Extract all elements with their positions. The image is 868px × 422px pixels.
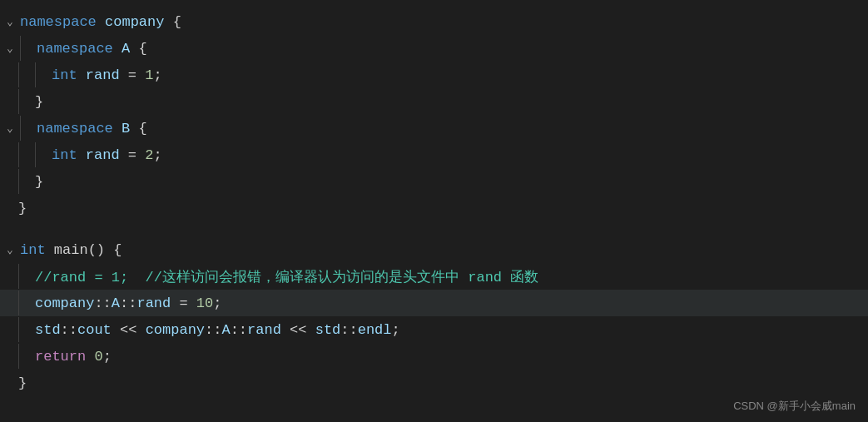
no-fold [7, 201, 18, 216]
token-scope-op: :: [340, 322, 357, 338]
token-bracket: } [35, 174, 43, 190]
token-kw-int: int [20, 242, 54, 258]
fold-arrow[interactable]: ⌄ [7, 15, 18, 28]
token-comment-green: //rand = 1; //这样访问会报错，编译器认为访问的是头文件中 rand… [35, 267, 538, 286]
token-identifier: A [112, 295, 120, 311]
token-identifier: company [105, 14, 173, 30]
code-spacer [0, 221, 868, 236]
no-fold [7, 269, 18, 285]
token-cout-kw: endl [358, 322, 392, 338]
token-plain: main [54, 242, 88, 258]
token-plain: ; [213, 295, 221, 311]
token-cout-kw: std [35, 322, 61, 338]
token-cout-kw: std [315, 322, 341, 338]
token-bracket: { [173, 14, 181, 30]
token-cout-kw: cout [77, 322, 120, 338]
token-kw-int: int [52, 147, 86, 163]
guide-bar [20, 36, 37, 61]
token-scope-op: :: [94, 295, 111, 311]
token-identifier: rand [86, 147, 128, 163]
token-plain: ; [153, 147, 161, 163]
guide-bar [20, 116, 37, 141]
token-plain: () [88, 242, 114, 258]
guide-bar [18, 264, 35, 289]
no-fold [7, 147, 18, 163]
token-operator: = [128, 147, 145, 163]
token-scope-op: :: [61, 322, 77, 338]
code-line: company::A::rand = 10; [0, 290, 868, 316]
guide-bar [18, 89, 35, 114]
no-fold [7, 94, 18, 110]
code-line: } [0, 370, 868, 396]
token-operator: = [128, 67, 145, 83]
guide-bar [18, 169, 35, 194]
token-number: 0 [94, 349, 102, 365]
code-editor: ⌄namespace company {⌄namespace A { int r… [0, 0, 868, 422]
token-bracket: { [138, 121, 146, 137]
token-identifier: company [146, 322, 205, 338]
code-line: } [0, 88, 868, 115]
fold-arrow[interactable]: ⌄ [7, 42, 18, 55]
no-fold [7, 295, 18, 311]
code-line: int rand = 1; [0, 62, 868, 88]
guide-bar [18, 317, 35, 342]
no-fold [7, 349, 18, 365]
token-kw-namespace: namespace [37, 41, 122, 57]
token-bracket: } [18, 201, 27, 216]
code-line: //rand = 1; //这样访问会报错，编译器认为访问的是头文件中 rand… [0, 263, 868, 290]
code-line: int rand = 2; [0, 141, 868, 168]
token-scope-op: :: [231, 322, 247, 338]
token-plain: ; [392, 322, 400, 338]
token-plain: ; [103, 349, 112, 365]
no-fold [7, 174, 18, 190]
token-identifier: A [221, 322, 230, 338]
token-identifier: company [35, 295, 94, 311]
no-fold [7, 375, 18, 391]
token-number: 1 [145, 67, 153, 83]
token-kw-return: return [35, 349, 94, 365]
token-bracket: { [138, 41, 146, 57]
guide-bar [35, 62, 52, 87]
token-plain: ; [153, 67, 161, 83]
no-fold [7, 322, 18, 338]
code-line: ⌄namespace company { [0, 8, 868, 35]
code-line: } [0, 168, 868, 195]
token-number: 2 [145, 147, 153, 163]
no-fold [7, 67, 18, 83]
token-identifier: rand [136, 295, 179, 311]
token-bracket: } [35, 94, 43, 110]
token-kw-namespace: namespace [37, 121, 122, 137]
code-line: ⌄int main() { [0, 236, 868, 263]
token-identifier: rand [247, 322, 290, 338]
guide-bar [18, 290, 35, 315]
token-bracket: { [113, 242, 122, 258]
token-bracket: } [18, 375, 27, 391]
token-operator: = [179, 295, 196, 311]
token-identifier: rand [86, 67, 128, 83]
guide-bar [18, 344, 35, 369]
code-line: std::cout << company::A::rand << std::en… [0, 316, 868, 343]
token-number: 10 [196, 295, 213, 311]
token-operator: << [290, 322, 315, 338]
code-line: ⌄namespace B { [0, 115, 868, 141]
code-line: return 0; [0, 343, 868, 370]
guide-bar [18, 142, 35, 167]
code-line: ⌄namespace A { [0, 35, 868, 62]
token-kw-int: int [52, 67, 86, 83]
guide-bar [18, 62, 35, 87]
token-identifier: A [122, 41, 138, 57]
watermark: CSDN @新手小会威main [733, 399, 856, 414]
fold-arrow[interactable]: ⌄ [7, 243, 18, 256]
code-lines: ⌄namespace company {⌄namespace A { int r… [0, 8, 868, 396]
guide-bar [35, 142, 52, 167]
token-scope-op: :: [205, 322, 221, 338]
token-kw-namespace: namespace [20, 14, 105, 30]
token-operator: << [120, 322, 146, 338]
token-scope-op: :: [120, 295, 136, 311]
fold-arrow[interactable]: ⌄ [7, 122, 18, 135]
code-line: } [0, 195, 868, 221]
token-identifier: B [122, 121, 138, 137]
